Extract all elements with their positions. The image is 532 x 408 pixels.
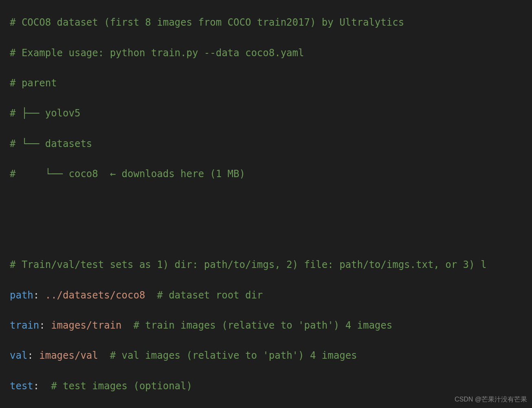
code-editor[interactable]: # COCO8 dataset (first 8 images from COC…: [10, 0, 532, 408]
yaml-value: ../datasets/coco8: [39, 290, 157, 301]
yaml-value: images/val: [33, 350, 110, 361]
comment-line: # └── datasets: [10, 138, 92, 149]
blank-line: [10, 227, 532, 242]
comment-inline: # test images (optional): [51, 380, 192, 392]
comment-line: # parent: [10, 77, 57, 89]
comment-inline: # dataset root dir: [157, 290, 263, 301]
comment-line: # └── coco8 ← downloads here (1 MB): [10, 168, 245, 180]
comment-inline: # train images (relative to 'path') 4 im…: [133, 320, 392, 331]
comment-line: # Example usage: python train.py --data …: [10, 47, 304, 59]
yaml-value: images/train: [45, 320, 134, 331]
yaml-key-test: test: [10, 380, 33, 392]
colon: :: [33, 380, 39, 392]
yaml-value: [39, 380, 51, 392]
colon: :: [33, 290, 39, 301]
yaml-key-val: val: [10, 350, 27, 361]
comment-line: # Train/val/test sets as 1) dir: path/to…: [10, 259, 486, 270]
watermark-text: CSDN @芒果汁没有芒果: [455, 395, 527, 405]
colon: :: [27, 350, 33, 361]
comment-line: # ├── yolov5: [10, 107, 80, 119]
yaml-key-path: path: [10, 290, 33, 301]
colon: :: [39, 320, 45, 331]
comment-inline: # val images (relative to 'path') 4 imag…: [110, 350, 357, 361]
yaml-key-train: train: [10, 320, 39, 331]
comment-line: # COCO8 dataset (first 8 images from COC…: [10, 17, 404, 28]
blank-line: [10, 197, 532, 212]
